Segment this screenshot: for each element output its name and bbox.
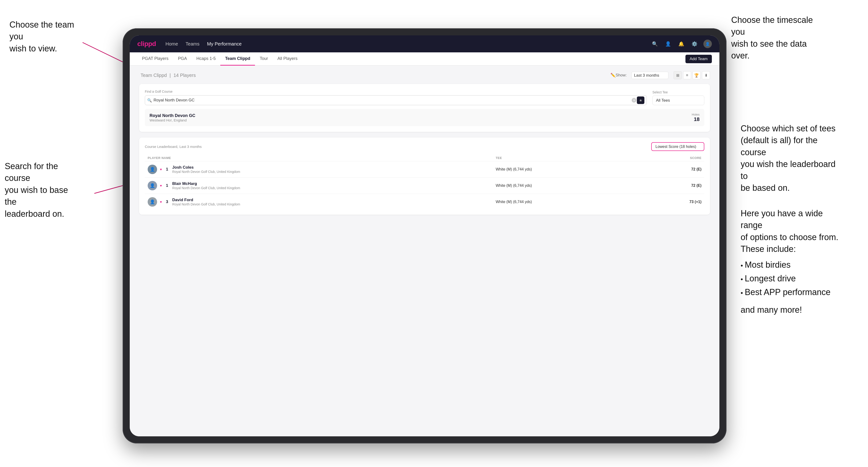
player-avatar-1: 👤	[148, 165, 157, 174]
course-search-card: Find a Golf Course 🔍 ✕ ★	[139, 84, 710, 132]
col-player: PLAYER NAME	[145, 155, 493, 161]
player-count: | 14 Players	[169, 73, 196, 78]
score-type-select[interactable]: Lowest Score (18 holes) Most Birdies Lon…	[651, 142, 704, 151]
tab-pga[interactable]: PGA	[173, 52, 191, 66]
score-cell-3: 73 (+1)	[642, 194, 704, 210]
nav-link-home[interactable]: Home	[165, 41, 178, 47]
player-cell-1: 👤 ♥ 1 Josh Coles Royal North Devon Golf …	[145, 161, 493, 178]
bullet-item-2: Longest drive	[741, 273, 844, 284]
bell-icon-btn[interactable]: 🔔	[677, 40, 685, 48]
bullet-item-3: Best APP performance	[741, 286, 844, 298]
player-club-2: Royal North Devon Golf Club, United King…	[172, 186, 240, 190]
user-avatar[interactable]: 👤	[703, 40, 712, 48]
top-nav: clippd Home Teams My Performance 🔍 👤 🔔 ⚙…	[130, 35, 719, 52]
player-name-2: Blair McHarg	[172, 181, 240, 186]
player-name-1: Josh Coles	[172, 165, 240, 170]
nav-link-my-performance[interactable]: My Performance	[207, 41, 242, 47]
col-tee: TEE	[493, 155, 641, 161]
annotation-bot-right: Here you have a wide range of options to…	[741, 208, 844, 316]
nav-links: Home Teams My Performance	[165, 41, 651, 47]
player-club-1: Royal North Devon Golf Club, United King…	[172, 170, 240, 174]
col-score: SCORE	[642, 155, 704, 161]
team-title: Team Clippd | 14 Players	[139, 73, 608, 78]
annotation-bot-right-intro: Here you have a wide range of options to…	[741, 208, 844, 255]
course-search-wrap: 🔍 ✕ ★	[145, 95, 647, 105]
heart-icon-1: ♥	[160, 167, 162, 171]
holes-number: 18	[692, 116, 700, 122]
settings-icon-btn[interactable]: ⚙️	[690, 40, 699, 48]
download-btn[interactable]: ⬇	[702, 71, 710, 79]
player-cell-2: 👤 ♥ 1 Blair McHarg Royal North Devon Gol…	[145, 178, 493, 194]
player-rank-1: 1	[165, 167, 169, 172]
main-content: Team Clippd | 14 Players ✏️ Show: Last 3…	[130, 66, 719, 436]
player-rank-2: 1	[165, 183, 169, 188]
player-cell-3: 👤 ♥ 3 David Ford Royal North Devon Golf …	[145, 194, 493, 210]
annotation-bullet-list: Most birdies Longest drive Best APP perf…	[741, 259, 844, 299]
leaderboard-title: Course Leaderboard, Last 3 months	[145, 144, 651, 149]
player-rank-3: 3	[165, 199, 169, 204]
tee-label: Select Tee	[652, 90, 704, 94]
tab-tour[interactable]: Tour	[255, 52, 273, 66]
annotation-mid-left: Search for the course you wish to base t…	[5, 160, 80, 220]
tee-cell-2: White (M) (6,744 yds)	[493, 178, 641, 194]
table-row: 👤 ♥ 1 Blair McHarg Royal North Devon Gol…	[145, 178, 704, 194]
tee-cell-3: White (M) (6,744 yds)	[493, 194, 641, 210]
find-course-label: Find a Golf Course	[145, 90, 647, 93]
holes-badge: Holes 18	[692, 113, 700, 122]
clear-search-button[interactable]: ✕	[632, 98, 637, 102]
player-avatar-3: 👤	[148, 197, 157, 207]
sub-nav: PGAT Players PGA Hcaps 1-5 Team Clippd T…	[130, 52, 719, 66]
score-cell-2: 72 (E)	[642, 178, 704, 194]
holes-label: Holes	[692, 113, 700, 116]
show-label: Show:	[616, 73, 627, 77]
player-avatar-2: 👤	[148, 181, 157, 190]
annotation-mid-left-text: Search for the course you wish to base t…	[5, 161, 68, 219]
tab-team-clippd[interactable]: Team Clippd	[220, 52, 255, 66]
team-header: Team Clippd | 14 Players ✏️ Show: Last 3…	[139, 71, 710, 79]
annotation-mid-right: Choose which set of tees (default is all…	[741, 123, 840, 194]
edit-icon[interactable]: ✏️	[611, 73, 616, 78]
search-icon-btn[interactable]: 🔍	[651, 40, 659, 48]
course-result-location: Westward Ho!, England	[150, 118, 195, 122]
tab-pgat-players[interactable]: PGAT Players	[137, 52, 173, 66]
list-view-btn[interactable]: ≡	[683, 71, 691, 79]
player-club-3: Royal North Devon Golf Club, United King…	[172, 203, 240, 206]
bullet-item-1: Most birdies	[741, 259, 844, 271]
time-period-select[interactable]: Last 3 months Last 6 months Last 12 mont…	[631, 72, 669, 79]
course-result-name: Royal North Devon GC	[150, 113, 195, 118]
annotation-bot-right-footer: and many more!	[741, 304, 844, 316]
ipad-device: clippd Home Teams My Performance 🔍 👤 🔔 ⚙…	[123, 28, 726, 443]
star-button[interactable]: ★	[637, 96, 644, 104]
leaderboard-table: PLAYER NAME TEE SCORE 👤	[145, 155, 704, 210]
grid-view-btn[interactable]: ⊞	[674, 71, 682, 79]
tee-select[interactable]: All Tees White (M) Yellow (M) Red (W)	[652, 96, 704, 105]
view-icons: ⊞ ≡ 🏆 ⬇	[674, 71, 710, 79]
tee-section: Select Tee All Tees White (M) Yellow (M)…	[652, 90, 704, 105]
search-icon: 🔍	[147, 98, 152, 102]
app-chrome: clippd Home Teams My Performance 🔍 👤 🔔 ⚙…	[130, 35, 719, 436]
ipad-screen: clippd Home Teams My Performance 🔍 👤 🔔 ⚙…	[130, 35, 719, 436]
tab-all-players[interactable]: All Players	[273, 52, 302, 66]
tee-cell-1: White (M) (6,744 yds)	[493, 161, 641, 178]
leaderboard-subtitle: Last 3 months	[180, 145, 202, 149]
course-search-input[interactable]	[145, 95, 647, 105]
nav-logo: clippd	[137, 40, 156, 48]
trophy-view-btn[interactable]: 🏆	[692, 71, 701, 79]
annotation-top-left: Choose the team you wish to view.	[9, 19, 85, 55]
heart-icon-3: ♥	[160, 200, 162, 204]
nav-link-teams[interactable]: Teams	[186, 41, 199, 47]
table-row: 👤 ♥ 3 David Ford Royal North Devon Golf …	[145, 194, 704, 210]
annotation-top-right-text: Choose the timescale you wish to see the…	[731, 15, 813, 60]
annotation-mid-right-text: Choose which set of tees (default is all…	[741, 124, 835, 193]
people-icon-btn[interactable]: 👤	[664, 40, 672, 48]
add-team-button[interactable]: Add Team	[685, 55, 712, 63]
nav-icons: 🔍 👤 🔔 ⚙️ 👤	[651, 40, 712, 48]
annotation-top-left-text: Choose the team you wish to view.	[9, 20, 74, 53]
tab-hcaps[interactable]: Hcaps 1-5	[191, 52, 220, 66]
player-name-3: David Ford	[172, 198, 240, 203]
course-result: Royal North Devon GC Westward Ho!, Engla…	[145, 109, 704, 126]
heart-icon-2: ♥	[160, 184, 162, 187]
annotation-top-right: Choose the timescale you wish to see the…	[731, 14, 821, 62]
leaderboard-card: Course Leaderboard, Last 3 months Lowest…	[139, 137, 710, 215]
table-row: 👤 ♥ 1 Josh Coles Royal North Devon Golf …	[145, 161, 704, 178]
